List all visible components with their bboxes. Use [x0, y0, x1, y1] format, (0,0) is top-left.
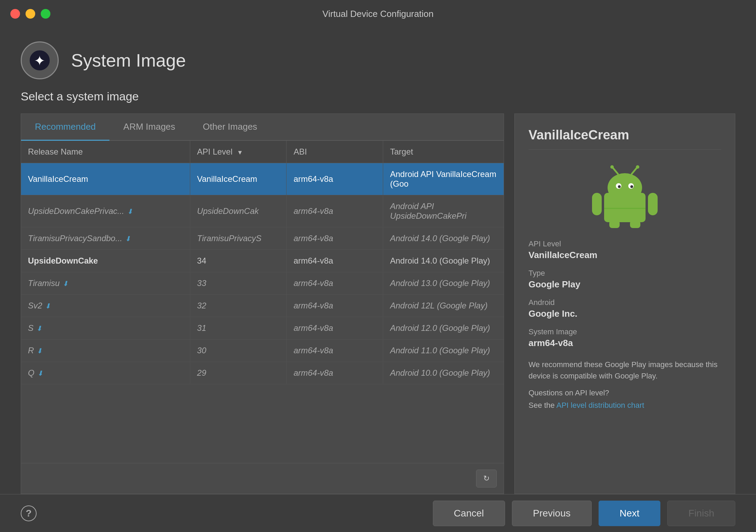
- cell-target: Android 12.0 (Google Play): [383, 317, 504, 339]
- cell-release-name: TiramisuPrivacySandbo...⬇: [21, 227, 190, 250]
- svg-point-11: [636, 165, 639, 169]
- right-panel: VanillaIceCream: [514, 114, 735, 494]
- svg-point-7: [630, 185, 633, 188]
- finish-button[interactable]: Finish: [667, 501, 735, 526]
- svg-rect-12: [592, 193, 602, 215]
- col-header-api-level[interactable]: API Level ▼: [190, 141, 287, 163]
- api-link-line: See the API level distribution chart: [529, 400, 721, 411]
- table-row[interactable]: UpsideDownCakePrivac...⬇UpsideDownCakarm…: [21, 195, 504, 227]
- download-icon[interactable]: ⬇: [62, 279, 68, 288]
- svg-rect-13: [648, 193, 658, 215]
- cell-target: Android 14.0 (Google Play): [383, 250, 504, 272]
- page-title: System Image: [71, 50, 186, 71]
- cell-abi: arm64-v8a: [287, 362, 383, 384]
- main-content: Select a system image Recommended ARM Im…: [0, 90, 756, 494]
- title-bar: Virtual Device Configuration: [0, 0, 756, 28]
- tab-recommended[interactable]: Recommended: [21, 114, 109, 141]
- traffic-lights: [10, 9, 50, 19]
- cell-abi: arm64-v8a: [287, 250, 383, 272]
- bottom-bar: ? Cancel Previous Next Finish: [0, 494, 756, 532]
- cell-abi: arm64-v8a: [287, 195, 383, 227]
- svg-point-6: [618, 185, 621, 188]
- table-header-row: Release Name API Level ▼ ABI: [21, 141, 504, 163]
- cell-target: Android API VanillaIceCream (Goo: [383, 163, 504, 195]
- api-question: Questions on API level?: [529, 388, 721, 397]
- cell-target: Android 10.0 (Google Play): [383, 362, 504, 384]
- svg-text:✦: ✦: [34, 53, 46, 68]
- sort-icon: ▼: [237, 149, 243, 156]
- cell-abi: arm64-v8a: [287, 339, 383, 362]
- cell-release-name: UpsideDownCakePrivac...⬇: [21, 195, 190, 227]
- cell-target: Android 13.0 (Google Play): [383, 272, 504, 295]
- cell-api-level: VanillaIceCream: [190, 163, 287, 195]
- cell-release-name: VanillaIceCream: [21, 163, 190, 195]
- cell-api-level: 34: [190, 250, 287, 272]
- table-row[interactable]: R⬇30arm64-v8aAndroid 11.0 (Google Play): [21, 339, 504, 362]
- previous-button[interactable]: Previous: [512, 501, 592, 526]
- window-title: Virtual Device Configuration: [322, 9, 434, 19]
- cell-release-name: S⬇: [21, 317, 190, 339]
- info-android: Android Google Inc.: [529, 298, 721, 319]
- cell-abi: arm64-v8a: [287, 163, 383, 195]
- svg-rect-14: [609, 220, 620, 228]
- android-robot-image: [590, 160, 659, 229]
- download-icon[interactable]: ⬇: [37, 369, 43, 377]
- table-row[interactable]: Sv2⬇32arm64-v8aAndroid 12L (Google Play): [21, 295, 504, 317]
- col-header-target[interactable]: Target: [383, 141, 504, 163]
- cell-abi: arm64-v8a: [287, 227, 383, 250]
- cell-target: Android 12L (Google Play): [383, 295, 504, 317]
- tab-other-images[interactable]: Other Images: [189, 114, 271, 141]
- info-system-image: System Image arm64-v8a: [529, 327, 721, 348]
- cancel-button[interactable]: Cancel: [433, 501, 505, 526]
- minimize-button[interactable]: [26, 9, 35, 19]
- main-window: ✦ System Image Select a system image Rec…: [0, 28, 756, 532]
- help-button[interactable]: ?: [21, 505, 37, 521]
- svg-line-10: [632, 168, 637, 174]
- close-button[interactable]: [10, 9, 20, 19]
- next-button[interactable]: Next: [599, 501, 661, 526]
- download-icon[interactable]: ⬇: [36, 324, 42, 333]
- app-icon: ✦: [21, 41, 59, 79]
- section-title: Select a system image: [21, 90, 735, 103]
- table-row[interactable]: VanillaIceCreamVanillaIceCreamarm64-v8aA…: [21, 163, 504, 195]
- selected-device-name: VanillaIceCream: [529, 128, 721, 150]
- table-row[interactable]: S⬇31arm64-v8aAndroid 12.0 (Google Play): [21, 317, 504, 339]
- col-header-abi[interactable]: ABI: [287, 141, 383, 163]
- refresh-button[interactable]: ↻: [476, 470, 497, 487]
- cell-api-level: UpsideDownCak: [190, 195, 287, 227]
- cell-release-name: Tiramisu⬇: [21, 272, 190, 295]
- download-icon[interactable]: ⬇: [45, 302, 51, 310]
- tabs-container: Recommended ARM Images Other Images: [21, 114, 504, 141]
- info-type: Type Google Play: [529, 269, 721, 290]
- col-header-release-name[interactable]: Release Name: [21, 141, 190, 163]
- svg-point-3: [608, 173, 642, 202]
- download-icon[interactable]: ⬇: [37, 347, 42, 355]
- table-row[interactable]: Tiramisu⬇33arm64-v8aAndroid 13.0 (Google…: [21, 272, 504, 295]
- system-image-table: Release Name API Level ▼ ABI: [21, 141, 504, 463]
- cell-api-level: 31: [190, 317, 287, 339]
- api-level-distribution-link[interactable]: API level distribution chart: [556, 401, 644, 410]
- content-area: Recommended ARM Images Other Images Rele…: [21, 114, 735, 494]
- cell-release-name: Sv2⬇: [21, 295, 190, 317]
- cell-target: Android 11.0 (Google Play): [383, 339, 504, 362]
- tab-arm-images[interactable]: ARM Images: [109, 114, 189, 141]
- android-studio-svg: ✦: [28, 48, 52, 72]
- cell-release-name: UpsideDownCake: [21, 250, 190, 272]
- cell-release-name: Q⬇: [21, 362, 190, 384]
- recommendation-text: We recommend these Google Play images be…: [529, 359, 721, 382]
- svg-line-8: [613, 168, 618, 174]
- left-panel: Recommended ARM Images Other Images Rele…: [21, 114, 504, 494]
- svg-rect-15: [630, 220, 640, 228]
- cell-target: Android 14.0 (Google Play): [383, 227, 504, 250]
- table-row[interactable]: TiramisuPrivacySandbo...⬇TiramisuPrivacy…: [21, 227, 504, 250]
- cell-target: Android API UpsideDownCakePri: [383, 195, 504, 227]
- device-info-grid: API Level VanillaIceCream Type Google Pl…: [529, 239, 721, 348]
- table-row[interactable]: Q⬇29arm64-v8aAndroid 10.0 (Google Play): [21, 362, 504, 384]
- maximize-button[interactable]: [41, 9, 50, 19]
- table-row[interactable]: UpsideDownCake34arm64-v8aAndroid 14.0 (G…: [21, 250, 504, 272]
- download-icon[interactable]: ⬇: [125, 235, 131, 243]
- cell-abi: arm64-v8a: [287, 272, 383, 295]
- svg-point-9: [610, 165, 614, 169]
- cell-api-level: 32: [190, 295, 287, 317]
- download-icon[interactable]: ⬇: [127, 207, 133, 216]
